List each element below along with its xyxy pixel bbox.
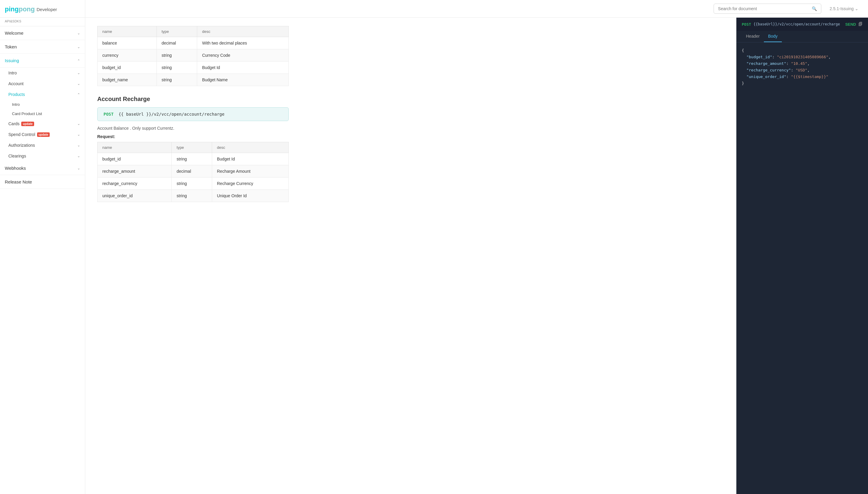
sidebar-item-welcome[interactable]: Welcome ⌄: [0, 26, 85, 40]
table-row: recharge_amountdecimalRecharge Amount: [97, 165, 289, 177]
sidebar-item-token[interactable]: Token ⌄: [0, 40, 85, 54]
top-bar: 🔍 2.5.1-Issuing ⌄: [85, 0, 868, 18]
spend-control-update-badge: update: [37, 132, 50, 137]
cell-desc: Budget Name: [197, 74, 289, 86]
chevron-down-icon: ⌄: [77, 154, 80, 158]
sidebar-item-issuing[interactable]: Issuing ⌄: [0, 54, 85, 68]
sidebar-item-label: Card Product List: [12, 112, 42, 116]
cell-desc: Currency Code: [197, 49, 289, 61]
tab-header[interactable]: Header: [742, 31, 764, 42]
col-type-header: type: [172, 142, 212, 153]
sidebar-item-products[interactable]: Products ⌄: [0, 89, 85, 100]
table-row: budget_idstringBudget Id: [97, 61, 289, 74]
cell-name: recharge_amount: [97, 165, 172, 177]
sidebar-item-label: Spend Control: [8, 132, 35, 137]
table-row: currencystringCurrency Code: [97, 49, 289, 61]
cell-type: string: [157, 49, 197, 61]
search-box[interactable]: 🔍: [713, 4, 821, 14]
sidebar-item-release-note[interactable]: Release Note: [0, 175, 85, 189]
panel-url: {{baseUrl}}/v2/vcc/open/account/recharge: [754, 22, 840, 26]
logo-text: pingpong: [5, 5, 35, 13]
right-panel: POST {{baseUrl}}/v2/vcc/open/account/rec…: [736, 18, 868, 494]
cell-name: budget_name: [97, 74, 157, 86]
panel-header: POST {{baseUrl}}/v2/vcc/open/account/rec…: [736, 18, 868, 31]
search-input[interactable]: [718, 6, 810, 11]
chevron-down-icon: ⌄: [77, 81, 80, 86]
version-label: 2.5.1-Issuing: [830, 6, 854, 11]
col-name-header: name: [97, 142, 172, 153]
chevron-down-icon: ⌄: [77, 121, 80, 126]
endpoint-url: {{ baseUrl }}/v2/vcc/open/account/rechar…: [119, 112, 224, 117]
chevron-up-icon: ⌄: [77, 92, 80, 97]
sidebar-item-cards[interactable]: Cards update ⌄: [0, 118, 85, 129]
version-chevron-icon: ⌄: [855, 6, 858, 11]
sidebar-item-label: Authorizations: [8, 143, 35, 148]
chevron-down-icon: ⌄: [77, 143, 80, 147]
sidebar-item-account[interactable]: Account ⌄: [0, 78, 85, 89]
cell-type: decimal: [157, 37, 197, 49]
cell-type: string: [157, 61, 197, 74]
sidebar-item-label: Products: [8, 92, 25, 97]
sidebar-item-label: Intro: [8, 71, 17, 75]
cell-desc: With two decimal places: [197, 37, 289, 49]
sidebar-item-label: Token: [5, 44, 17, 49]
json-line: {: [742, 47, 863, 54]
cell-name: balance: [97, 37, 157, 49]
content-area: name type desc balancedecimalWith two de…: [85, 18, 868, 494]
cell-type: decimal: [172, 165, 212, 177]
sidebar-item-clearings[interactable]: Clearings ⌄: [0, 151, 85, 162]
cell-name: unique_order_id: [97, 190, 172, 202]
cell-name: budget_id: [97, 153, 172, 165]
cell-desc: Recharge Currency: [212, 177, 288, 190]
table-row: unique_order_idstringUnique Order Id: [97, 190, 289, 202]
cell-name: recharge_currency: [97, 177, 172, 190]
json-line: }: [742, 80, 863, 87]
response-table: name type desc balancedecimalWith two de…: [97, 26, 289, 86]
table-row: budget_namestringBudget Name: [97, 74, 289, 86]
doc-content: name type desc balancedecimalWith two de…: [85, 18, 736, 494]
request-table: name type desc budget_idstringBudget Idr…: [97, 142, 289, 202]
cell-name: budget_id: [97, 61, 157, 74]
col-type-header: type: [157, 26, 197, 37]
chevron-down-icon: ⌄: [77, 71, 80, 75]
sidebar-item-label: Cards: [8, 121, 19, 126]
tab-body[interactable]: Body: [764, 31, 782, 42]
logo: pingpong Developer: [0, 0, 85, 18]
sidebar-item-label: Clearings: [8, 154, 26, 158]
sidebar-item-label: Welcome: [5, 31, 23, 36]
panel-tabs: Header Body: [736, 31, 868, 42]
copy-icon[interactable]: 🗐: [858, 22, 863, 26]
sidebar-item-spend-control[interactable]: Spend Control update ⌄: [0, 129, 85, 140]
sidebar-item-authorizations[interactable]: Authorizations ⌄: [0, 140, 85, 151]
cell-type: string: [172, 177, 212, 190]
sidebar-subtitle: API&SDKS: [0, 18, 85, 26]
cell-type: string: [157, 74, 197, 86]
section-title: Account Recharge: [97, 96, 724, 102]
cell-name: currency: [97, 49, 157, 61]
version-selector[interactable]: 2.5.1-Issuing ⌄: [829, 6, 858, 11]
sidebar-item-webhooks[interactable]: Webhooks ⌄: [0, 162, 85, 175]
table-row: budget_idstringBudget Id: [97, 153, 289, 165]
cell-type: string: [172, 153, 212, 165]
panel-method: POST: [742, 22, 751, 26]
cell-desc: Budget Id: [212, 153, 288, 165]
search-icon: 🔍: [812, 6, 817, 11]
json-line: "recharge_currency": "USD",: [742, 67, 863, 74]
sidebar-item-label: Release Note: [5, 179, 32, 184]
sidebar-item-intro[interactable]: Intro ⌄: [0, 68, 85, 78]
chevron-down-icon: ⌄: [77, 132, 80, 137]
sidebar-item-label: Webhooks: [5, 166, 26, 171]
sidebar-item-products-intro[interactable]: Intro: [0, 100, 85, 109]
logo-pong: pong: [19, 5, 35, 13]
sidebar-item-card-product-list[interactable]: Card Product List: [0, 109, 85, 118]
panel-body: { "budget_id": "ci201910231405089666", "…: [736, 42, 868, 494]
endpoint-method: POST: [104, 112, 114, 117]
col-name-header: name: [97, 26, 157, 37]
json-line: "unique_order_id": "{{$timestamp}}": [742, 74, 863, 80]
send-button[interactable]: SEND: [845, 22, 856, 26]
cell-type: string: [172, 190, 212, 202]
sidebar-item-label: Account: [8, 81, 24, 86]
logo-developer: Developer: [36, 7, 57, 12]
json-line: "recharge_amount": "10.45",: [742, 60, 863, 67]
col-desc-header: desc: [212, 142, 288, 153]
